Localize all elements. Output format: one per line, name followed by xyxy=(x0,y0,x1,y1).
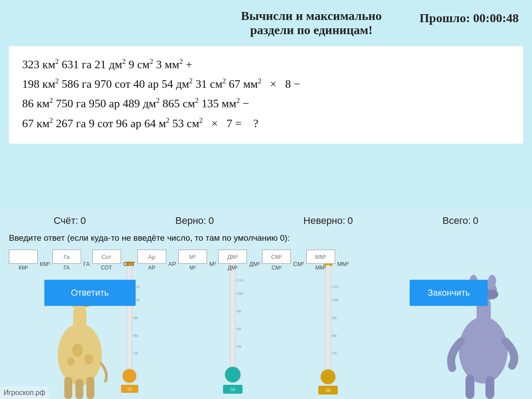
bottom-panel: 110 100 90 80 70 50 110 100 90 xyxy=(0,208,532,399)
svg-text:70: 70 xyxy=(332,351,337,356)
svg-text:50: 50 xyxy=(127,387,132,391)
unit-m2: М² xyxy=(209,261,216,271)
stat-schet: Счёт: 0 xyxy=(54,215,86,227)
svg-text:50: 50 xyxy=(231,387,236,392)
unit-sot: СОТ xyxy=(123,261,135,271)
svg-point-27 xyxy=(225,367,241,383)
svg-text:80: 80 xyxy=(134,333,138,338)
stat-vsego: Всего: 0 xyxy=(442,215,478,227)
svg-text:90: 90 xyxy=(332,316,337,320)
stat-verno: Верно: 0 xyxy=(176,215,214,227)
label-km2: КМ² xyxy=(19,265,28,271)
input-sm2[interactable] xyxy=(262,250,291,264)
svg-text:70: 70 xyxy=(134,351,138,356)
input-cell-dm2: ДМ² xyxy=(218,250,247,271)
finish-button[interactable]: Закончить xyxy=(410,280,488,306)
input-ar[interactable] xyxy=(137,250,166,264)
input-cell-sot: СОТ xyxy=(92,250,121,271)
svg-rect-68 xyxy=(485,376,494,399)
prompt-content: Введите ответ (если куда-то не введёте ч… xyxy=(9,233,290,243)
problem-line2: 198 км2 586 га 970 сот 40 ар 54 дм2 31 с… xyxy=(22,74,510,94)
timer-value: 00:00:48 xyxy=(473,11,519,25)
title-line1: Вычисли и максимально xyxy=(241,9,382,23)
svg-point-12 xyxy=(122,369,137,383)
input-m2[interactable] xyxy=(178,250,207,264)
svg-rect-67 xyxy=(466,375,474,399)
label-sot: СОТ xyxy=(101,265,112,271)
answer-button[interactable]: Ответить xyxy=(44,280,136,306)
label-mm2: ММ² xyxy=(315,265,326,271)
svg-rect-53 xyxy=(64,377,72,399)
unit-km2: КМ² xyxy=(40,261,50,271)
label-dm2: ДМ² xyxy=(228,265,238,271)
svg-text:50: 50 xyxy=(326,387,331,393)
neverno-label: Неверно: xyxy=(303,215,345,227)
input-cell-km2: КМ² xyxy=(9,250,38,271)
label-ga: ГА xyxy=(63,265,70,271)
unit-dm2: ДМ² xyxy=(249,261,260,271)
verno-value: 0 xyxy=(208,215,214,227)
label-m2: М² xyxy=(190,265,196,271)
title-line2: раздели по единицам! xyxy=(250,23,372,37)
problem-line4: 67 км2 267 га 9 сот 96 ар 64 м2 53 см2 ×… xyxy=(22,114,510,133)
watermark: Игроскоп.рф xyxy=(0,387,49,399)
timer-label: Прошло: xyxy=(419,11,470,25)
schet-value: 0 xyxy=(80,215,86,227)
svg-point-58 xyxy=(67,357,74,366)
input-cell-mm2: ММ² xyxy=(306,250,335,271)
unit-ga: ГА xyxy=(83,261,90,271)
input-ga[interactable] xyxy=(52,250,81,264)
problem-area: 323 км2 631 га 21 дм2 9 см2 3 мм2 + 198 … xyxy=(9,46,523,144)
input-cell-ar: АР xyxy=(137,250,166,271)
unit-sm2: СМ² xyxy=(293,261,304,271)
svg-point-56 xyxy=(72,344,83,357)
svg-text:90: 90 xyxy=(237,309,242,313)
stat-neverno: Неверно: 0 xyxy=(303,215,353,227)
label-ar: АР xyxy=(148,265,155,271)
input-km2[interactable] xyxy=(9,250,38,264)
prompt-text: Введите ответ (если куда-то не введёте ч… xyxy=(9,233,523,243)
buttons-row: Ответить Закончить xyxy=(9,280,523,306)
bottom-content: Счёт: 0 Верно: 0 Неверно: 0 Всего: 0 Вве… xyxy=(9,215,523,306)
input-mm2[interactable] xyxy=(306,250,335,264)
timer: Прошло: 00:00:48 xyxy=(419,9,519,25)
watermark-text: Игроскоп.рф xyxy=(4,389,45,396)
neverno-value: 0 xyxy=(348,215,353,227)
svg-text:80: 80 xyxy=(237,327,242,331)
schet-label: Счёт: xyxy=(54,215,78,227)
unit-ar: АР xyxy=(168,261,176,271)
svg-text:70: 70 xyxy=(237,344,242,349)
verno-label: Верно: xyxy=(176,215,207,227)
svg-rect-46 xyxy=(73,306,86,350)
problem-line1: 323 км2 631 га 21 дм2 9 см2 3 мм2 + xyxy=(22,55,510,74)
input-cell-sm2: СМ² xyxy=(262,250,291,271)
unit-mm2: ММ² xyxy=(337,261,349,271)
vsego-value: 0 xyxy=(473,215,478,227)
svg-rect-55 xyxy=(86,377,94,399)
input-cell-ga1: ГА xyxy=(52,250,81,271)
input-sot[interactable] xyxy=(92,250,121,264)
top-section: Вычисли и максимально раздели по единица… xyxy=(0,0,532,42)
svg-point-42 xyxy=(321,369,336,384)
input-row: КМ² КМ² ГА ГА СОТ СОТ АР АР xyxy=(9,250,523,271)
label-sm2: СМ² xyxy=(271,265,282,271)
svg-point-57 xyxy=(84,354,93,364)
input-cell-m2: М² xyxy=(178,250,207,271)
problem-line3: 86 км2 750 га 950 ар 489 дм2 865 см2 135… xyxy=(22,94,510,113)
svg-text:90: 90 xyxy=(134,316,138,320)
svg-text:80: 80 xyxy=(332,333,337,338)
stats-row: Счёт: 0 Верно: 0 Неверно: 0 Всего: 0 xyxy=(9,215,523,227)
vsego-label: Всего: xyxy=(442,215,471,227)
task-title: Вычисли и максимально раздели по единица… xyxy=(212,9,411,37)
svg-rect-54 xyxy=(75,379,83,399)
input-dm2[interactable] xyxy=(218,250,247,264)
